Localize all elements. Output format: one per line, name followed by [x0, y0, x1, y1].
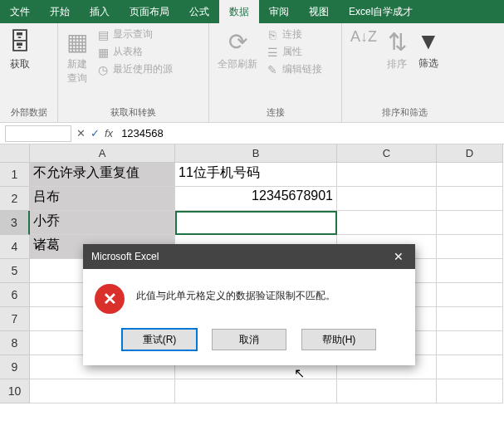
tab-view[interactable]: 视图 — [299, 0, 339, 23]
row-headers: 1 2 3 4 5 6 7 8 9 10 — [0, 163, 30, 403]
formula-bar-icons: ✕ ✓ fx — [76, 127, 113, 139]
group-label: 获取和转换 — [63, 105, 203, 120]
table-icon: ▦ — [96, 46, 110, 59]
confirm-icon[interactable]: ✓ — [91, 127, 100, 139]
row-header-4[interactable]: 4 — [0, 235, 30, 259]
cell-D2[interactable] — [437, 187, 503, 211]
col-header-B[interactable]: B — [175, 144, 337, 163]
cell-C3[interactable] — [337, 211, 437, 235]
tab-review[interactable]: 审阅 — [259, 0, 299, 23]
cancel-icon[interactable]: ✕ — [76, 127, 86, 139]
error-icon: ✕ — [95, 284, 125, 314]
refresh-all-button[interactable]: ⟳ 全部刷新 — [214, 27, 261, 73]
close-icon: ✕ — [394, 250, 404, 263]
btn-label: 筛选 — [418, 56, 438, 71]
row-header-7[interactable]: 7 — [0, 307, 30, 331]
cell-C10[interactable] — [337, 379, 437, 403]
cell-B1[interactable]: 11位手机号码 — [175, 163, 337, 187]
col-header-D[interactable]: D — [437, 144, 503, 163]
col-header-A[interactable]: A — [30, 144, 175, 163]
help-button[interactable]: 帮助(H) — [301, 329, 376, 350]
edit-links-button[interactable]: ✎编辑链接 — [264, 61, 324, 77]
row-header-5[interactable]: 5 — [0, 259, 30, 283]
dialog-body: ✕ 此值与此单元格定义的数据验证限制不匹配。 — [83, 269, 415, 324]
fx-icon[interactable]: fx — [105, 127, 113, 139]
connections-button[interactable]: ⎘连接 — [264, 27, 324, 42]
ribbon-group-sort-filter: A↓Z ⇅ 排序 ▼ 筛选 排序和筛选 — [342, 23, 467, 122]
btn-label: 排序 — [387, 57, 407, 71]
name-box[interactable] — [5, 125, 71, 142]
database-icon: 🗄 — [8, 28, 32, 56]
sort-button[interactable]: ⇅ 排序 — [384, 27, 410, 73]
retry-button[interactable]: 重试(R) — [122, 329, 197, 350]
from-table-button[interactable]: ▦从表格 — [95, 44, 174, 60]
row-header-2[interactable]: 2 — [0, 187, 30, 211]
menu-tabs: 文件 开始 插入 页面布局 公式 数据 审阅 视图 Excel自学成才 — [0, 0, 504, 23]
cell-D4[interactable] — [437, 235, 503, 259]
sort-icon: ⇅ — [388, 28, 407, 56]
cell-A3[interactable]: 小乔 — [30, 211, 175, 235]
tab-layout[interactable]: 页面布局 — [120, 0, 179, 23]
tab-insert[interactable]: 插入 — [80, 0, 120, 23]
tab-self-learn[interactable]: Excel自学成才 — [339, 0, 423, 23]
cell-D3[interactable] — [437, 211, 503, 235]
ribbon-group-get-transform: ▦ 新建 查询 ▤显示查询 ▦从表格 ◷最近使用的源 获取和转换 — [58, 23, 209, 122]
cell-D9[interactable] — [437, 355, 503, 379]
tab-data[interactable]: 数据 — [219, 0, 259, 23]
row-header-3[interactable]: 3 — [0, 211, 30, 235]
formula-bar: ✕ ✓ fx — [0, 123, 504, 144]
col-header-C[interactable]: C — [337, 144, 437, 163]
link-icon: ⎘ — [266, 28, 279, 42]
new-query-button[interactable]: ▦ 新建 查询 — [63, 27, 91, 87]
cell-D7[interactable] — [437, 307, 503, 331]
row-header-1[interactable]: 1 — [0, 163, 30, 187]
cell-A10[interactable] — [30, 379, 175, 403]
cell-B2[interactable]: 12345678901 — [175, 187, 337, 211]
formula-input[interactable] — [118, 125, 499, 142]
query-icon: ▦ — [66, 28, 88, 56]
ribbon-group-external-data: 🗄 获取 外部数据 — [0, 23, 58, 122]
validation-error-dialog: Microsoft Excel ✕ ✕ 此值与此单元格定义的数据验证限制不匹配。… — [83, 244, 415, 365]
get-external-data-button[interactable]: 🗄 获取 — [5, 27, 35, 73]
filter-icon: ▼ — [417, 28, 440, 55]
row-header-9[interactable]: 9 — [0, 355, 30, 379]
cell-C1[interactable] — [337, 163, 437, 187]
row-header-8[interactable]: 8 — [0, 331, 30, 355]
grid-icon: ▤ — [96, 28, 110, 42]
cell-D5[interactable] — [437, 259, 503, 283]
btn-label: 全部刷新 — [218, 57, 257, 71]
show-queries-button[interactable]: ▤显示查询 — [95, 27, 174, 42]
sort-asc-button[interactable]: A↓Z — [347, 27, 380, 49]
sort-asc-icon: A↓Z — [350, 28, 377, 46]
recent-sources-button[interactable]: ◷最近使用的源 — [95, 61, 174, 77]
ribbon: 🗄 获取 外部数据 ▦ 新建 查询 ▤显示查询 ▦从表格 ◷最近使用的源 获取和… — [0, 23, 504, 123]
cell-A2[interactable]: 吕布 — [30, 187, 175, 211]
group-label: 连接 — [214, 105, 336, 120]
cell-B3[interactable] — [175, 211, 337, 235]
filter-button[interactable]: ▼ 筛选 — [413, 27, 443, 72]
dialog-title-text: Microsoft Excel — [91, 251, 159, 262]
cell-B10[interactable] — [175, 379, 337, 403]
dialog-close-button[interactable]: ✕ — [382, 244, 415, 269]
cell-D6[interactable] — [437, 283, 503, 307]
refresh-icon: ⟳ — [228, 28, 247, 56]
dialog-titlebar[interactable]: Microsoft Excel ✕ — [83, 244, 415, 269]
cell-D10[interactable] — [437, 379, 503, 403]
row-header-6[interactable]: 6 — [0, 283, 30, 307]
cell-D8[interactable] — [437, 331, 503, 355]
ribbon-group-connections: ⟳ 全部刷新 ⎘连接 ☰属性 ✎编辑链接 连接 — [209, 23, 342, 122]
btn-label: 新建 查询 — [67, 57, 87, 86]
tab-formula[interactable]: 公式 — [179, 0, 219, 23]
tab-file[interactable]: 文件 — [0, 0, 40, 23]
cell-C2[interactable] — [337, 187, 437, 211]
cell-D1[interactable] — [437, 163, 503, 187]
cell-A1[interactable]: 不允许录入重复值 — [30, 163, 175, 187]
cancel-button[interactable]: 取消 — [212, 329, 286, 350]
tab-home[interactable]: 开始 — [40, 0, 80, 23]
properties-button[interactable]: ☰属性 — [264, 44, 324, 60]
group-label: 排序和筛选 — [347, 105, 462, 120]
row-header-10[interactable]: 10 — [0, 379, 30, 403]
dialog-message: 此值与此单元格定义的数据验证限制不匹配。 — [136, 284, 335, 303]
dialog-button-row: 重试(R) 取消 帮助(H) — [83, 324, 415, 365]
select-all-corner[interactable] — [0, 144, 30, 163]
